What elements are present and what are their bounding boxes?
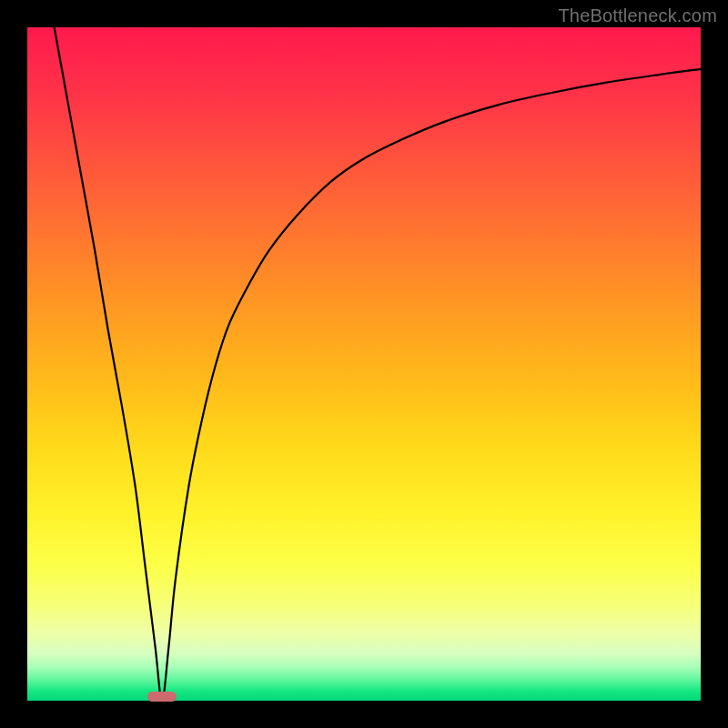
optimum-marker — [147, 692, 176, 702]
watermark-text: TheBottleneck.com — [558, 5, 717, 26]
chart-frame: TheBottleneck.com — [0, 0, 728, 728]
plot-area — [27, 27, 701, 701]
bottleneck-curve — [27, 27, 701, 701]
